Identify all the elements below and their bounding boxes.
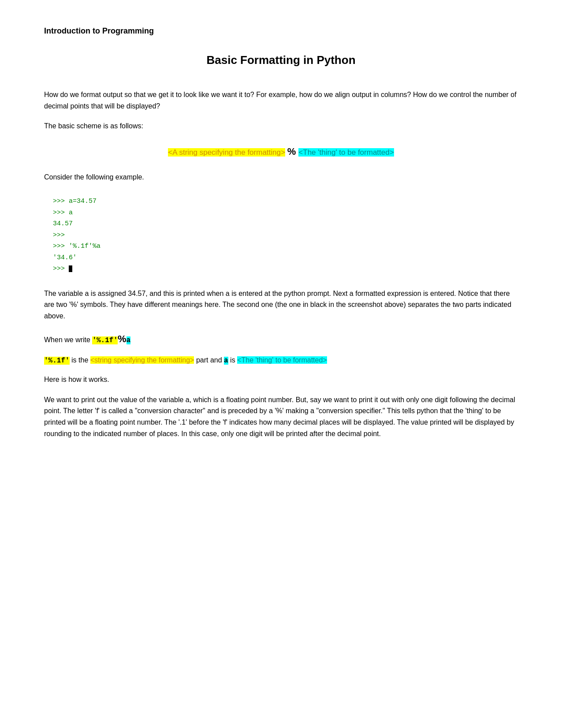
when-we-write-paragraph: When we write '%.1f'%a — [44, 331, 518, 347]
explanation-line-paragraph: '%.1f' is the <string specifying the for… — [44, 354, 518, 367]
code-line-5: >>> '%.1f'%a — [53, 241, 509, 252]
format-scheme-cyan: <The 'thing' to be formatted> — [298, 148, 394, 157]
exp-yellow-highlight: <string specifying the formatting> — [90, 356, 194, 364]
page-title: Basic Formatting in Python — [44, 53, 518, 67]
code-output-6: '34.6' — [53, 254, 77, 261]
scheme-intro-paragraph: The basic scheme is as follows: — [44, 120, 518, 132]
code-prompt-5: >>> '%.1f'%a — [53, 243, 100, 250]
format-scheme-percent: % — [287, 146, 299, 157]
format-scheme-box: <A string specifying the formatting> % <… — [92, 141, 471, 163]
exp-is-text2: is — [228, 356, 237, 364]
code-line-3: 34.57 — [53, 218, 509, 230]
inline-percent: % — [118, 333, 127, 344]
exp-cyan-code: a — [224, 357, 228, 365]
format-scheme-yellow: <A string specifying the formatting> — [168, 148, 285, 157]
exp-yellow-code: '%.1f' — [44, 357, 70, 365]
here-is-how-paragraph: Here is how it works. — [44, 374, 518, 385]
inline-yellow-code: '%.1f' — [92, 336, 118, 344]
cursor — [69, 265, 72, 272]
code-line-1: >>> a=34.57 — [53, 196, 509, 207]
code-line-7: >>> — [53, 263, 509, 275]
code-output-3: 34.57 — [53, 220, 73, 228]
when-we-write-text: When we write — [44, 336, 92, 343]
code-prompt-7: >>> — [53, 265, 69, 273]
code-line-6: '34.6' — [53, 252, 509, 264]
code-prompt-4: >>> — [53, 231, 65, 239]
code-line-2: >>> a — [53, 207, 509, 219]
exp-part-and-text: part and — [194, 356, 224, 364]
intro-paragraph: How do we format output so that we get i… — [44, 89, 518, 112]
explanation-paragraph: The variable a is assigned 34.57, and th… — [44, 288, 518, 322]
code-prompt-2: >>> a — [53, 209, 73, 217]
exp-is-text: is the — [70, 356, 90, 364]
long-explanation-paragraph: We want to print out the value of the va… — [44, 394, 518, 439]
exp-cyan-highlight: <The 'thing' to be formatted> — [237, 356, 327, 364]
section-title: Introduction to Programming — [44, 26, 518, 36]
code-block: >>> a=34.57 >>> a 34.57 >>> >>> '%.1f'%a… — [44, 191, 518, 279]
inline-cyan-code: a — [127, 336, 131, 344]
consider-paragraph: Consider the following example. — [44, 172, 518, 183]
code-line-4: >>> — [53, 230, 509, 241]
code-prompt-1: >>> a=34.57 — [53, 198, 97, 205]
